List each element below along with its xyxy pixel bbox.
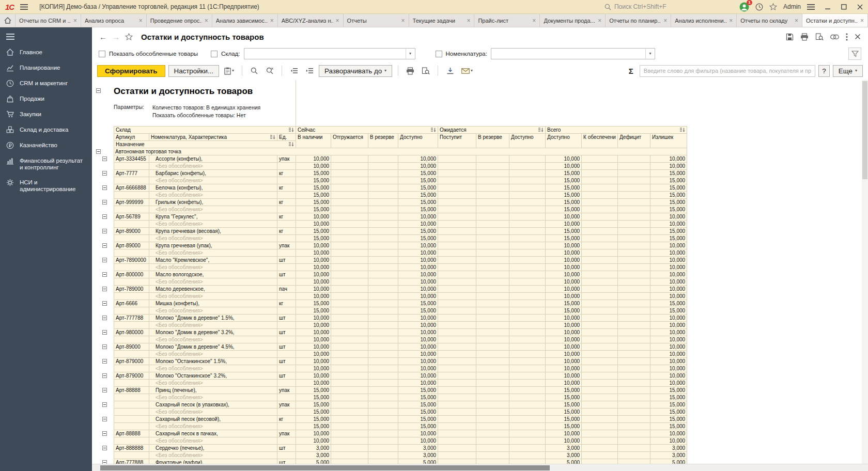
cell-available-expected[interactable]: [509, 300, 546, 307]
cell-available-total[interactable]: 10,000: [546, 343, 582, 351]
cell-shipping[interactable]: [331, 278, 368, 286]
cell-shipping[interactable]: [331, 213, 368, 221]
cell-nomenclature[interactable]: Сердечко (печенье),: [149, 445, 277, 452]
cell-deficit[interactable]: [618, 293, 650, 300]
cell-unit[interactable]: [277, 351, 296, 358]
cell-assignment[interactable]: <Без обособления>: [149, 264, 277, 271]
cell-in-stock[interactable]: 15,000: [296, 394, 331, 401]
cell-available-expected[interactable]: [509, 430, 546, 437]
tab-home[interactable]: [0, 14, 16, 27]
cell-available-total[interactable]: 10,000: [546, 351, 582, 358]
cell-reserved-now[interactable]: [368, 242, 398, 249]
cell-available-total[interactable]: 10,000: [546, 264, 582, 271]
cell-reserved-expected[interactable]: [476, 430, 509, 437]
cell-available-now[interactable]: 10,000: [398, 336, 438, 343]
cell-nomenclature[interactable]: Крупа гречневая (весовая),: [149, 228, 277, 235]
cell-shipping[interactable]: [331, 300, 368, 307]
cell-deficit[interactable]: [618, 387, 650, 394]
cell-in-stock[interactable]: 15,000: [296, 423, 331, 430]
cell-in-stock[interactable]: 10,000: [296, 343, 331, 351]
tab-6[interactable]: Отчеты×: [344, 14, 409, 27]
cell-available-expected[interactable]: [509, 445, 546, 452]
cell-available-total[interactable]: 10,000: [546, 315, 582, 322]
link-icon[interactable]: [830, 35, 839, 39]
cell-in-stock[interactable]: 15,000: [296, 387, 331, 394]
main-menu-icon[interactable]: [20, 4, 28, 10]
cell-shipping[interactable]: [331, 257, 368, 264]
cell-available-now[interactable]: 15,000: [398, 228, 438, 235]
cell-surplus[interactable]: 10,000: [650, 221, 687, 228]
cell-reserved-expected[interactable]: [476, 358, 509, 365]
cell-available-expected[interactable]: [509, 343, 546, 351]
cell-deficit[interactable]: [618, 430, 650, 437]
cell-unit[interactable]: кг: [277, 199, 296, 206]
cell-to-provide[interactable]: [582, 315, 618, 322]
cell-article[interactable]: [114, 249, 149, 257]
cell-reserved-now[interactable]: [368, 423, 398, 430]
cell-shipping[interactable]: [331, 206, 368, 213]
cell-available-total[interactable]: 15,000: [546, 235, 582, 242]
cell-deficit[interactable]: [618, 300, 650, 307]
cell-incoming[interactable]: [438, 387, 476, 394]
cell-in-stock[interactable]: 15,000: [296, 199, 331, 206]
cell-incoming[interactable]: [438, 365, 476, 372]
col-deficit[interactable]: Дефицит: [618, 134, 650, 148]
cell-reserved-now[interactable]: [368, 249, 398, 257]
col-group-expected[interactable]: Ожидается: [438, 127, 546, 134]
cell-in-stock[interactable]: 3,000: [296, 445, 331, 452]
cell-available-now[interactable]: 10,000: [398, 221, 438, 228]
tab-close-icon[interactable]: ×: [729, 18, 733, 24]
cell-available-now[interactable]: 10,000: [398, 213, 438, 221]
cell-to-provide[interactable]: [582, 278, 618, 286]
cell-available-expected[interactable]: [509, 199, 546, 206]
cell-in-stock[interactable]: 5,000: [296, 459, 331, 464]
cell-shipping[interactable]: [331, 329, 368, 336]
collapse-row-icon[interactable]: [102, 258, 107, 262]
cell-in-stock[interactable]: 10,000: [296, 286, 331, 293]
tab-4[interactable]: Анализ зависимос...×: [212, 14, 278, 27]
cell-to-provide[interactable]: [582, 271, 618, 278]
cell-surplus[interactable]: 10,000: [650, 343, 687, 351]
cell-incoming[interactable]: [438, 264, 476, 271]
cell-unit[interactable]: кг: [277, 170, 296, 177]
cell-reserved-now[interactable]: [368, 286, 398, 293]
cell-in-stock[interactable]: 15,000: [296, 228, 331, 235]
cell-deficit[interactable]: [618, 437, 650, 445]
cell-unit[interactable]: пач: [277, 286, 296, 293]
cell-deficit[interactable]: [618, 271, 650, 278]
cell-article[interactable]: [114, 401, 149, 409]
cell-nomenclature[interactable]: Грильяж (конфеты),: [149, 199, 277, 206]
cell-available-total[interactable]: 15,000: [546, 307, 582, 315]
cell-in-stock[interactable]: 15,000: [296, 416, 331, 423]
cell-reserved-now[interactable]: [368, 358, 398, 365]
col-surplus[interactable]: Излишек: [650, 134, 687, 148]
cell-article[interactable]: Арт-6666: [114, 300, 149, 307]
col-shipping[interactable]: Отгружается: [331, 134, 368, 148]
cell-unit[interactable]: [277, 409, 296, 416]
cell-available-total[interactable]: 10,000: [546, 329, 582, 336]
tab-close-icon[interactable]: ×: [336, 18, 339, 24]
cell-available-now[interactable]: 10,000: [398, 322, 438, 329]
cell-shipping[interactable]: [331, 401, 368, 409]
cell-available-expected[interactable]: [509, 206, 546, 213]
cell-article[interactable]: Арт-789000: [114, 286, 149, 293]
tab-close-icon[interactable]: ×: [270, 18, 274, 24]
cell-incoming[interactable]: [438, 445, 476, 452]
cell-assignment[interactable]: <Без обособления>: [149, 307, 277, 315]
cell-deficit[interactable]: [618, 459, 650, 464]
save-icon[interactable]: [786, 33, 794, 41]
add-favorite-icon[interactable]: [125, 33, 133, 40]
cell-nomenclature[interactable]: Молоко "Останкинское" 1.5%,: [149, 358, 277, 365]
cell-surplus[interactable]: 10,000: [650, 278, 687, 286]
cell-available-now[interactable]: 10,000: [398, 155, 438, 163]
col-article[interactable]: Артикул: [114, 134, 149, 141]
cell-available-now[interactable]: 10,000: [398, 329, 438, 336]
tab-close-icon[interactable]: ×: [73, 18, 77, 24]
cell-surplus[interactable]: 10,000: [650, 257, 687, 264]
cell-article[interactable]: [114, 206, 149, 213]
cell-to-provide[interactable]: [582, 336, 618, 343]
vertical-scrollbar[interactable]: [862, 80, 868, 464]
cell-nomenclature[interactable]: Фруктовые (вафли),: [149, 459, 277, 464]
cell-in-stock[interactable]: 10,000: [296, 430, 331, 437]
collapse-row-icon[interactable]: [102, 373, 107, 378]
